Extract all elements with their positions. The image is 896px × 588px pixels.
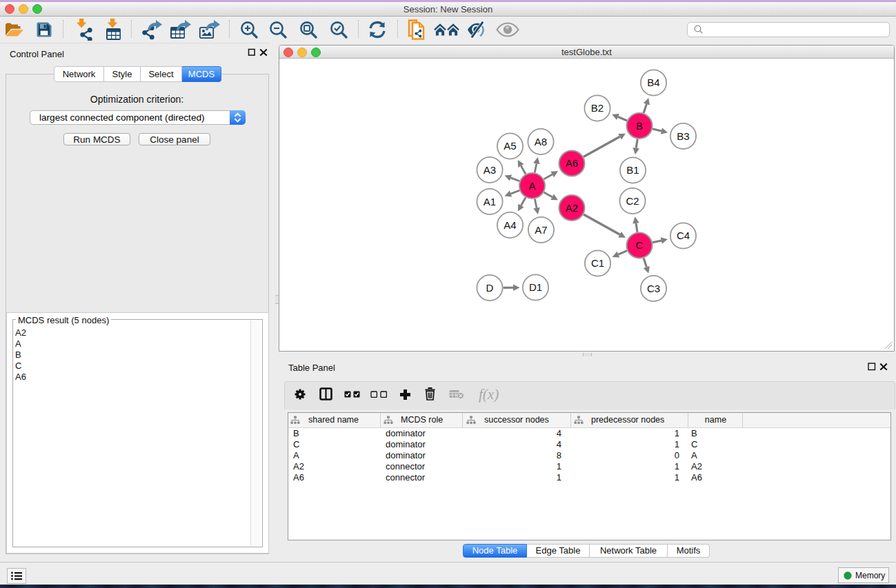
svg-text:B1: B1 bbox=[626, 164, 639, 176]
svg-text:D1: D1 bbox=[529, 281, 542, 293]
svg-text:A: A bbox=[528, 180, 535, 192]
svg-text:C: C bbox=[636, 239, 644, 251]
svg-text:D: D bbox=[486, 282, 494, 294]
svg-text:A6: A6 bbox=[566, 157, 578, 169]
svg-text:B: B bbox=[636, 120, 643, 132]
svg-text:C2: C2 bbox=[626, 195, 639, 207]
svg-text:C3: C3 bbox=[647, 283, 660, 294]
svg-text:A3: A3 bbox=[484, 164, 496, 176]
svg-text:C4: C4 bbox=[677, 230, 690, 241]
svg-text:A7: A7 bbox=[535, 224, 547, 236]
svg-text:B4: B4 bbox=[647, 77, 659, 88]
svg-text:B2: B2 bbox=[591, 102, 604, 114]
svg-text:A5: A5 bbox=[504, 140, 516, 152]
svg-text:A2: A2 bbox=[566, 202, 578, 214]
svg-text:A4: A4 bbox=[504, 219, 516, 231]
svg-text:B3: B3 bbox=[677, 130, 689, 142]
svg-text:A1: A1 bbox=[484, 196, 496, 207]
svg-text:C1: C1 bbox=[591, 257, 604, 269]
svg-text:A8: A8 bbox=[535, 136, 547, 148]
